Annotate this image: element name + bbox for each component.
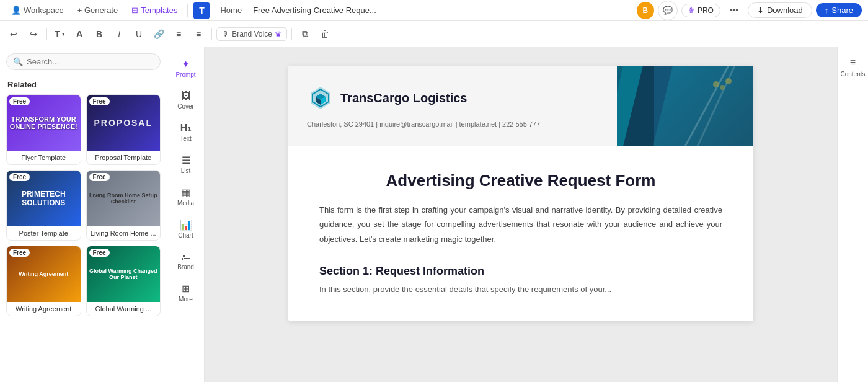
content-area: TransCargo Logistics Charleston, SC 2940…: [205, 47, 837, 382]
template-badge: Free: [89, 173, 110, 181]
templates-label: Templates: [141, 6, 177, 15]
template-thumbnail: Free TRANSFORM YOUR ONLINE PRESENCE!: [7, 95, 81, 151]
template-thumbnail: Free PRIMETECH SOLUTIONS: [7, 171, 81, 226]
brand-voice-button[interactable]: 🎙 Brand Voice ♛: [216, 27, 287, 41]
tool-more[interactable]: ⊞ More: [170, 278, 202, 308]
more-icon: •••: [730, 6, 738, 15]
template-badge: Free: [89, 97, 110, 105]
delete-button[interactable]: 🗑: [316, 25, 334, 43]
contents-button[interactable]: ≡ Contents: [836, 53, 868, 81]
side-tools-panel: ✦ Prompt 🖼 Cover H₁ Text ☰ List ▦ Media …: [167, 47, 205, 382]
template-thumbnail: Free PROPOSAL: [87, 95, 161, 151]
align-button[interactable]: ≡: [190, 25, 207, 43]
share-icon: ↑: [825, 6, 829, 15]
copy-button[interactable]: ⧉: [296, 25, 314, 43]
document: TransCargo Logistics Charleston, SC 2940…: [288, 66, 753, 321]
font-color-button[interactable]: A: [71, 25, 88, 43]
chevron-down-icon: ▾: [62, 31, 65, 37]
bold-button[interactable]: B: [91, 25, 108, 43]
right-sidebar: ≡ Contents: [837, 47, 868, 382]
template-card[interactable]: Free Living Room Home Setup Checklist Li…: [86, 170, 161, 241]
left-sidebar: 🔍 Related Free TRANSFORM YOUR ONLINE PRE…: [0, 47, 167, 382]
generate-nav[interactable]: + Generate: [73, 3, 123, 17]
share-label: Share: [831, 6, 853, 15]
doc-intro: This form is the first step in crafting …: [319, 203, 722, 246]
templates-icon: ⊞: [131, 6, 138, 15]
chart-icon: 📊: [180, 219, 192, 231]
more-options-btn[interactable]: •••: [724, 1, 744, 20]
font-icon: T: [55, 29, 60, 39]
underline-button[interactable]: U: [130, 25, 148, 43]
template-thumbnail: Free Writing Agreement: [7, 246, 81, 302]
template-name: Proposal Template: [87, 151, 161, 164]
templates-nav[interactable]: ⊞ Templates: [126, 3, 182, 17]
bullet-list-button[interactable]: ≡: [170, 25, 187, 43]
toolbar-sep-2: [211, 28, 212, 40]
tool-text-label: Text: [180, 135, 191, 142]
tool-brand[interactable]: 🏷 Brand: [170, 246, 202, 275]
workspace-nav[interactable]: 👤 Workspace: [6, 3, 69, 17]
tool-brand-label: Brand: [177, 264, 194, 270]
prompt-icon: ✦: [182, 58, 190, 70]
undo-button[interactable]: ↩: [5, 25, 22, 43]
tool-prompt[interactable]: ✦ Prompt: [170, 53, 202, 83]
template-card[interactable]: Free PROPOSAL Proposal Template: [86, 94, 161, 165]
template-badge: Free: [89, 249, 110, 257]
template-card[interactable]: Free TRANSFORM YOUR ONLINE PRESENCE! Fly…: [6, 94, 81, 165]
tool-more-label: More: [179, 296, 193, 303]
toolbar-sep-3: [291, 28, 292, 40]
company-name: TransCargo Logistics: [340, 91, 467, 105]
tool-cover-label: Cover: [177, 103, 194, 110]
tool-chart-label: Chart: [178, 232, 193, 239]
brand-crown-icon: ♛: [275, 30, 281, 38]
pro-badge[interactable]: ♛ PRO: [681, 4, 720, 17]
tool-list[interactable]: ☰ List: [170, 149, 202, 179]
template-card[interactable]: Free Global Warming Changed Our Planet G…: [86, 246, 161, 316]
link-button[interactable]: 🔗: [150, 25, 167, 43]
section1-text: In this section, provide the essential d…: [319, 283, 722, 296]
section1-title: Section 1: Request Information: [319, 265, 722, 278]
template-name: Flyer Template: [7, 151, 81, 164]
search-input[interactable]: [27, 57, 154, 66]
chat-icon: 💬: [663, 6, 673, 15]
tool-media[interactable]: ▦ Media: [170, 182, 202, 211]
template-name: Living Room Home ...: [87, 226, 161, 240]
brand-voice-label: Brand Voice: [232, 30, 272, 38]
svg-point-6: [713, 81, 719, 87]
main-layout: 🔍 Related Free TRANSFORM YOUR ONLINE PRE…: [0, 47, 868, 382]
template-card[interactable]: Free PRIMETECH SOLUTIONS Poster Template: [6, 170, 81, 241]
search-box[interactable]: 🔍: [6, 53, 161, 70]
top-navigation: 👤 Workspace + Generate ⊞ Templates T Hom…: [0, 0, 868, 21]
svg-point-7: [720, 85, 725, 90]
formatting-toolbar: ↩ ↪ T ▾ A B I U 🔗 ≡ ≡ 🎙 Brand Voice ♛ ⧉ …: [0, 21, 868, 47]
tool-media-label: Media: [177, 200, 194, 207]
download-button[interactable]: ⬇ Download: [748, 2, 812, 18]
media-icon: ▦: [181, 187, 190, 198]
template-badge: Free: [9, 249, 30, 257]
redo-button[interactable]: ↪: [25, 25, 42, 43]
home-nav[interactable]: Home: [215, 3, 247, 17]
template-thumbnail: Free Global Warming Changed Our Planet: [87, 246, 161, 302]
doc-title: Free Advertising Creative Reque...: [253, 6, 376, 15]
nav-divider-1: [187, 4, 188, 17]
crown-icon: ♛: [688, 6, 695, 15]
download-label: Download: [767, 6, 803, 15]
download-icon: ⬇: [757, 6, 764, 15]
pro-label: PRO: [698, 6, 714, 15]
home-label: Home: [220, 6, 242, 15]
more-tools-icon: ⊞: [182, 283, 190, 295]
font-family-select[interactable]: T ▾: [51, 27, 68, 41]
user-avatar[interactable]: B: [637, 2, 654, 19]
tool-cover[interactable]: 🖼 Cover: [170, 86, 202, 115]
chat-icon-btn[interactable]: 💬: [658, 1, 678, 20]
related-section-title: Related: [0, 76, 167, 94]
template-badge: Free: [9, 173, 30, 181]
tool-list-label: List: [181, 167, 191, 174]
italic-button[interactable]: I: [110, 25, 128, 43]
tool-text[interactable]: H₁ Text: [170, 117, 202, 147]
tool-chart[interactable]: 📊 Chart: [170, 214, 202, 244]
cover-icon: 🖼: [181, 91, 191, 102]
generate-label: + Generate: [78, 6, 118, 15]
share-button[interactable]: ↑ Share: [816, 3, 862, 17]
template-card[interactable]: Free Writing Agreement Writing Agreement: [6, 246, 81, 316]
